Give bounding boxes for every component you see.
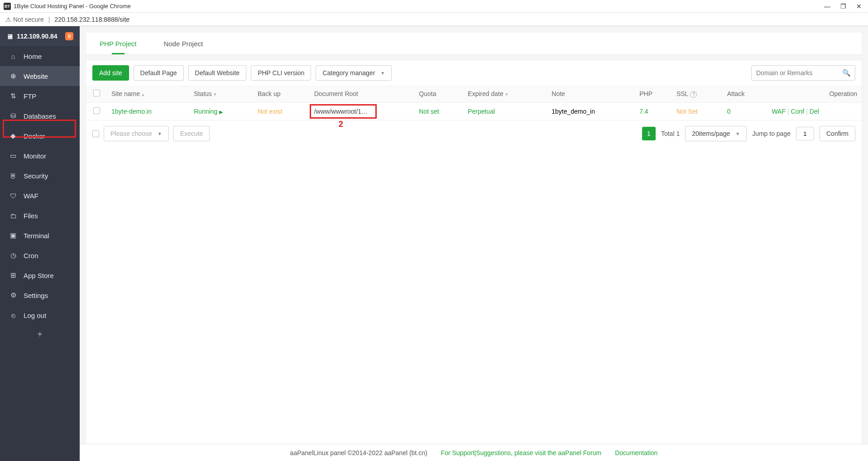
nav-ftp-label: FTP	[24, 92, 36, 100]
category-manager-select[interactable]: Category manager	[316, 65, 392, 81]
project-tabs: PHP ProjectNode Project	[86, 33, 862, 54]
nav-files[interactable]: 🗀Files	[0, 206, 80, 226]
nav-files-icon: 🗀	[9, 212, 17, 220]
site-name-link[interactable]: 1byte-demo.in	[111, 108, 152, 115]
nav-terminal[interactable]: ▣Terminal	[0, 226, 80, 245]
php-cell[interactable]: 7.4	[639, 108, 648, 115]
attack-cell[interactable]: 0	[727, 108, 731, 115]
col-ssl: SSL?	[672, 85, 723, 103]
nav-terminal-icon: ▣	[9, 231, 17, 240]
nav-ftp-icon: ⇅	[9, 92, 17, 100]
default-website-button[interactable]: Default Website	[188, 65, 247, 81]
nav-docker[interactable]: ◆Docker	[0, 126, 80, 146]
window-maximize-button[interactable]: ❐	[840, 3, 846, 10]
table-footer: Please choose Execute 1 Total 1 20items/…	[86, 120, 862, 147]
nav-databases-label: Databases	[24, 112, 56, 120]
ssl-help-icon[interactable]: ?	[690, 91, 697, 98]
table-row: 1byte-demo.inRunning ▶Not exist/www/wwwr…	[86, 103, 862, 120]
default-page-button[interactable]: Default Page	[134, 65, 184, 81]
backup-cell[interactable]: Not exist	[258, 108, 282, 115]
nav-appstore[interactable]: ⊞App Store	[0, 265, 80, 285]
nav-security[interactable]: ⛨Security	[0, 166, 80, 186]
footer-bar: aaPanelLinux panel ©2014-2022 aaPanel (b…	[80, 444, 868, 461]
php-cli-version-button[interactable]: PHP CLI version	[251, 65, 311, 81]
nav-databases[interactable]: ⛁Databases	[0, 106, 80, 126]
toolbar: Add site Default Page Default Website PH…	[86, 61, 862, 85]
server-ip: 112.109.90.84	[17, 33, 58, 40]
sidebar-add-button[interactable]: +	[0, 325, 80, 343]
nav-appstore-label: App Store	[24, 272, 54, 279]
document-root-cell[interactable]: /www/wwwroot/1…	[314, 108, 368, 115]
nav-ftp[interactable]: ⇅FTP	[0, 86, 80, 106]
nav-monitor-icon: ▭	[9, 152, 17, 160]
col-expired[interactable]: Expired date▼	[463, 85, 547, 103]
security-status: Not secure	[13, 16, 44, 23]
row-checkbox[interactable]	[93, 107, 100, 114]
select-all-checkbox[interactable]	[93, 90, 100, 96]
window-close-button[interactable]: ✕	[856, 3, 862, 10]
nav-cron[interactable]: ◷Cron	[0, 245, 80, 265]
footer-copyright: aaPanelLinux panel ©2014-2022 aaPanel (b…	[290, 449, 427, 456]
url-separator: |	[48, 16, 50, 23]
col-php: PHP	[635, 85, 672, 103]
sidebar-ip-bar[interactable]: 🖥 112.109.90.84 0	[0, 26, 80, 46]
nav-settings[interactable]: ⚙Settings	[0, 285, 80, 305]
pagination-total: Total 1	[661, 130, 680, 137]
search-input[interactable]	[751, 65, 855, 81]
col-attack: Attack	[723, 85, 767, 103]
bulk-execute-button[interactable]: Execute	[173, 126, 210, 141]
nav-files-label: Files	[24, 212, 38, 220]
browser-urlbar[interactable]: ⚠ Not secure | 220.158.232.118:8888/site	[0, 13, 868, 26]
op-del-link[interactable]: Del	[810, 108, 819, 115]
tab-node-project[interactable]: Node Project	[150, 33, 216, 54]
quota-cell[interactable]: Not set	[419, 108, 439, 115]
footer-support-link[interactable]: For Support|Suggestions, please visit th…	[441, 449, 602, 456]
jump-confirm-button[interactable]: Confirm	[820, 126, 855, 141]
nav-waf-label: WAF	[24, 192, 38, 200]
nav-waf[interactable]: 🛡WAF	[0, 186, 80, 206]
note-cell[interactable]: 1byte_demo_in	[551, 108, 595, 115]
col-operation: Operation	[767, 85, 862, 103]
nav-website-label: Website	[24, 72, 48, 80]
add-site-button[interactable]: Add site	[92, 65, 129, 81]
window-minimize-button[interactable]: —	[824, 3, 830, 10]
nav-security-label: Security	[24, 172, 48, 180]
browser-favicon: BT	[4, 3, 11, 10]
nav-home-icon: ⌂	[9, 53, 17, 60]
browser-title: 1Byte Cloud Hosting Panel - Google Chrom…	[14, 3, 131, 10]
col-site-name[interactable]: Site name▲	[107, 85, 189, 103]
bulk-action-select[interactable]: Please choose	[104, 126, 169, 141]
insecure-icon: ⚠	[5, 16, 11, 23]
nav-databases-icon: ⛁	[9, 112, 17, 120]
nav-monitor[interactable]: ▭Monitor	[0, 146, 80, 166]
nav-logout-label: Log out	[24, 312, 46, 319]
nav-monitor-label: Monitor	[24, 152, 46, 160]
main-area: PHP ProjectNode Project Add site Default…	[80, 26, 868, 461]
status-cell[interactable]: Running ▶	[194, 108, 223, 115]
search-icon[interactable]: 🔍	[842, 69, 851, 77]
tab-php-project[interactable]: PHP Project	[86, 33, 150, 54]
footer-docs-link[interactable]: Documentation	[615, 449, 657, 456]
sites-table: Site name▲ Status▼ Back up Document Root…	[86, 85, 862, 120]
col-status[interactable]: Status▼	[189, 85, 253, 103]
jump-page-input[interactable]	[796, 127, 814, 140]
page-size-select[interactable]: 20items/page	[685, 126, 747, 141]
nav-appstore-icon: ⊞	[9, 271, 17, 279]
op-conf-link[interactable]: Conf	[791, 108, 805, 115]
nav-website[interactable]: ⊕Website	[0, 66, 80, 86]
browser-titlebar: BT 1Byte Cloud Hosting Panel - Google Ch…	[0, 0, 868, 13]
notification-badge[interactable]: 0	[65, 32, 73, 40]
nav-waf-icon: 🛡	[9, 192, 17, 200]
expired-cell[interactable]: Perpetual	[468, 108, 495, 115]
nav-terminal-label: Terminal	[24, 232, 49, 240]
bulk-checkbox[interactable]	[92, 130, 99, 137]
col-quota: Quota	[414, 85, 463, 103]
ssl-cell[interactable]: Not Set	[676, 108, 698, 115]
page-1-button[interactable]: 1	[642, 127, 656, 140]
nav-cron-icon: ◷	[9, 251, 17, 259]
nav-logout[interactable]: ⎋Log out	[0, 305, 80, 325]
op-waf-link[interactable]: WAF	[772, 108, 786, 115]
col-document-root: Document Root	[310, 85, 415, 103]
jump-label: Jump to page	[752, 130, 791, 137]
nav-home[interactable]: ⌂Home	[0, 46, 80, 66]
